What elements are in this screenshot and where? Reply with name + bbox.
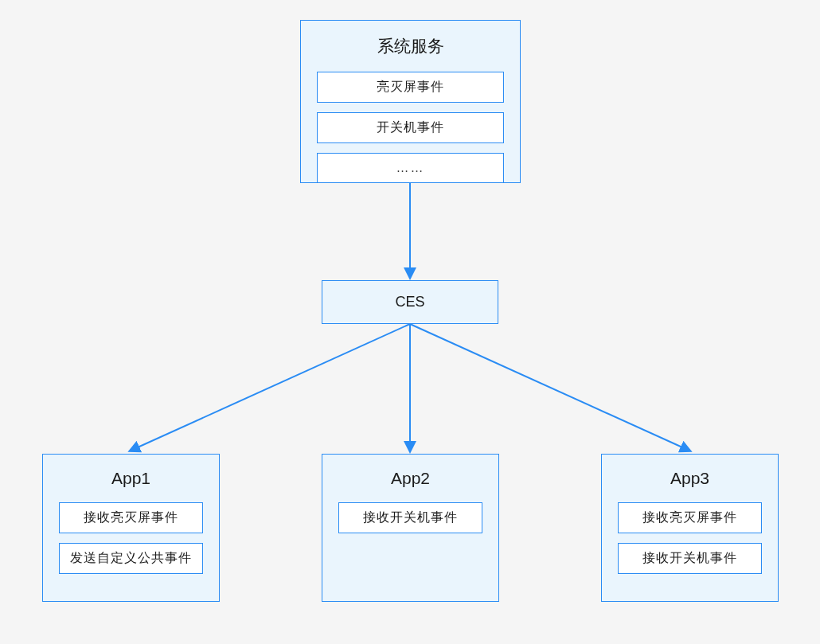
app3-box: App3 接收亮灭屏事件 接收开关机事件 [601,454,779,602]
app2-title: App2 [322,469,498,488]
app1-box: App1 接收亮灭屏事件 发送自定义公共事件 [42,454,220,602]
app2-item: 接收开关机事件 [338,502,482,533]
system-service-box: 系统服务 亮灭屏事件 开关机事件 …… [300,20,521,183]
system-event-item: 亮灭屏事件 [317,72,504,103]
system-event-item: …… [317,153,504,184]
app1-item: 接收亮灭屏事件 [59,502,203,533]
ces-label: CES [395,294,424,310]
app3-item: 接收开关机事件 [618,543,762,574]
system-event-item: 开关机事件 [317,112,504,143]
app3-item: 接收亮灭屏事件 [618,502,762,533]
diagram-container: 系统服务 亮灭屏事件 开关机事件 …… CES App1 接收亮灭屏事件 发送自… [0,0,820,644]
app2-box: App2 接收开关机事件 [322,454,499,602]
system-service-title: 系统服务 [301,35,520,57]
ces-box: CES [322,280,498,324]
app1-item: 发送自定义公共事件 [59,543,203,574]
app3-title: App3 [602,469,778,488]
app1-title: App1 [43,469,219,488]
svg-line-1 [131,324,410,451]
svg-line-3 [410,324,689,451]
